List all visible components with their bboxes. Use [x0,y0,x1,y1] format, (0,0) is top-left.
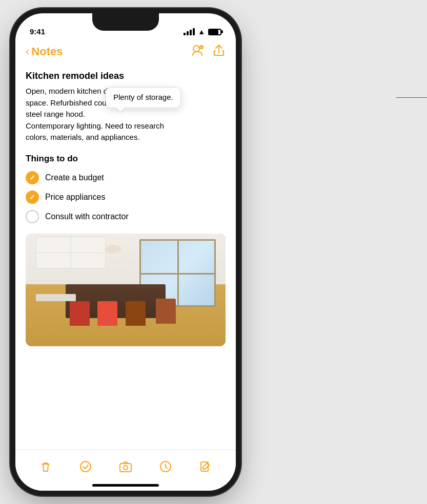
checkmark-2: ✓ [29,193,35,201]
nav-actions: + [191,43,226,60]
chair-3 [126,301,146,326]
section-title: Things to do [26,154,226,164]
check-label-2: Price appliances [45,193,105,202]
delete-button[interactable] [39,460,52,473]
checklist-item-2[interactable]: ✓ Price appliances [26,191,226,204]
notch [92,13,159,31]
kitchen-light [106,245,121,254]
note-content: ‹ Notes + [15,39,236,450]
note-body: Kitchen remodel ideas Open, modern kitch… [15,65,236,356]
battery-icon [208,29,221,35]
svg-text:+: + [200,46,202,49]
svg-point-0 [193,46,199,52]
note-title: Kitchen remodel ideas [26,71,226,81]
chevron-left-icon: ‹ [26,45,29,58]
cabinet-line-v [71,237,71,268]
phone-shell: 9:41 ▲ ‹ Notes [15,13,236,491]
svg-point-3 [80,461,91,472]
kitchen-image [26,234,226,346]
svg-point-7 [165,466,167,467]
camera-button[interactable] [119,460,132,473]
compose-button[interactable] [199,460,212,473]
signal-icon [184,28,195,35]
status-time: 9:41 [30,27,45,36]
checklist-item-3[interactable]: Consult with contractor [26,210,226,223]
callout-line [396,97,427,98]
tooltip-popup: Plenty of storage. [106,87,181,108]
kitchen-counter [36,294,76,301]
share-button[interactable] [212,44,226,60]
svg-point-5 [124,466,128,470]
check-circle-2: ✓ [26,191,39,204]
nav-bar: ‹ Notes + [15,39,236,65]
window-frame-v [177,241,179,305]
body-text-line5: colors, materials, and appliances. [26,133,140,141]
checklist-button[interactable] [79,460,92,473]
back-label: Notes [31,45,63,58]
check-label-3: Consult with contractor [45,212,129,221]
note-body-text: Open, modern kitchen design in a medium … [26,86,226,143]
scene: 9:41 ▲ ‹ Notes [0,0,427,504]
checkmark-1: ✓ [29,174,35,182]
checklist-item-1[interactable]: ✓ Create a budget [26,171,226,184]
check-label-1: Create a budget [45,173,104,182]
kitchen-image-inner [26,234,226,346]
chair-2 [97,301,117,326]
markup-button[interactable] [159,460,172,473]
kitchen-cabinet [36,237,106,268]
body-text-line3: steel range hood. [26,110,85,118]
wifi-icon: ▲ [198,28,205,36]
back-button[interactable]: ‹ Notes [26,45,63,58]
chair-4 [156,299,176,323]
collaborate-button[interactable]: + [191,43,205,60]
home-indicator [92,484,159,487]
status-icons: ▲ [184,28,221,36]
check-circle-3 [26,210,39,223]
check-circle-1: ✓ [26,171,39,184]
tooltip-text: Plenty of storage. [113,93,173,101]
body-text-line4: Contemporary lighting. Need to research [26,121,164,130]
chair-1 [70,301,90,326]
checklist: ✓ Create a budget ✓ Price appliances [26,171,226,223]
svg-rect-4 [120,464,131,472]
